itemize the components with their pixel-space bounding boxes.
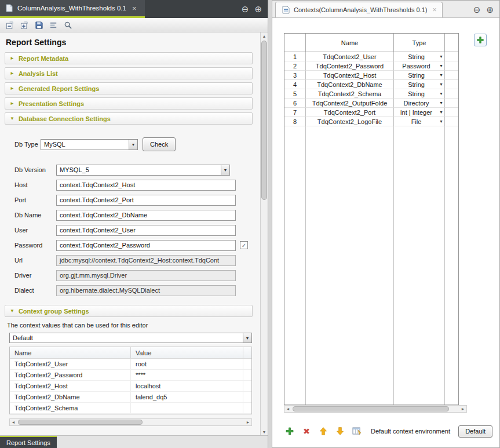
dialect-row: Dialect org.hibernate.dialect.MySQLDiale… xyxy=(14,283,261,298)
col-header-rownum xyxy=(284,34,306,52)
section-label: Presentation Settings xyxy=(19,100,84,107)
add-context-button[interactable] xyxy=(284,425,295,437)
scroll-left-icon[interactable]: ◄ xyxy=(10,419,17,425)
context-environment-icon[interactable] xyxy=(351,425,363,437)
password-context-checkbox[interactable]: ✓ xyxy=(240,241,248,249)
type-select[interactable]: int | Integer▼ xyxy=(394,108,445,117)
db-version-select[interactable]: MYSQL_5 ▼ xyxy=(56,165,230,176)
chevron-down-icon[interactable]: ▼ xyxy=(243,333,251,343)
password-field[interactable]: context.TdqContext2_Password xyxy=(56,240,236,251)
contexts-content: Name Type 1 TdqContext2_User String▼ 2 T… xyxy=(272,18,499,447)
maximize-icon[interactable]: ⊕ xyxy=(254,4,262,14)
empty-table-area xyxy=(284,126,458,405)
col-header-type[interactable]: Type xyxy=(394,34,445,52)
contexts-view-panel: Contexts(ColumnAnalysis_WithThresholds 0… xyxy=(272,0,500,448)
context-group-section: ▼ Context group Settings xyxy=(0,305,261,317)
host-field[interactable]: context.TdqContext2_Host xyxy=(56,180,236,191)
host-row: Host context.TdqContext2_Host xyxy=(14,177,261,192)
context-values-table: Name Value TdqContext2_User root TdqCont… xyxy=(9,347,252,414)
port-field[interactable]: context.TdqContext2_Port xyxy=(56,195,236,206)
close-icon[interactable]: × xyxy=(432,6,436,14)
section-context-group-settings[interactable]: ▼ Context group Settings xyxy=(5,305,253,317)
minimize-icon[interactable]: ⊖ xyxy=(242,4,249,14)
user-field[interactable]: context.TdqContext2_User xyxy=(56,225,236,236)
context-group-value: Default xyxy=(13,334,33,341)
collapse-all-icon[interactable] xyxy=(5,20,14,30)
tab-contexts[interactable]: Contexts(ColumnAnalysis_WithThresholds 0… xyxy=(275,2,443,17)
section-report-metadata[interactable]: ► Report Metadata xyxy=(5,52,253,64)
section-database-connection-settings[interactable]: ▼ Database Connection Settings xyxy=(5,112,253,125)
chevron-down-icon: ▼ xyxy=(10,116,14,121)
db-name-field[interactable]: context.TdqContext2_DbName xyxy=(56,210,236,221)
add-context-column-button[interactable] xyxy=(474,34,487,46)
col-header-spacer xyxy=(445,34,458,52)
context-description: The context values that can be used for … xyxy=(0,320,261,329)
type-select[interactable]: File▼ xyxy=(394,117,445,126)
table-row[interactable]: 3 TdqContext2_Host String▼ xyxy=(284,71,458,80)
scrollbar-thumb[interactable] xyxy=(261,41,267,200)
url-label: Url xyxy=(14,257,56,264)
db-type-value: MySQL xyxy=(44,141,65,148)
scroll-up-icon[interactable]: ▲ xyxy=(261,32,268,39)
scroll-right-icon[interactable]: ► xyxy=(244,419,251,425)
col-header-name[interactable]: Name xyxy=(306,34,394,52)
maximize-icon[interactable]: ⊕ xyxy=(486,5,494,15)
move-down-button[interactable] xyxy=(334,425,346,437)
move-up-button[interactable] xyxy=(317,425,329,437)
default-environment-button[interactable]: Default xyxy=(458,425,492,438)
table-row[interactable]: 4 TdqContext2_DbName String▼ xyxy=(284,80,458,89)
col-header-name[interactable]: Name xyxy=(10,347,131,358)
type-select[interactable]: String▼ xyxy=(394,89,445,99)
remove-context-button[interactable] xyxy=(301,425,312,437)
report-editor-panel: ColumnAnalysis_WithThresholds 0.1 × ⊖ ⊕ … xyxy=(0,0,268,448)
type-select[interactable]: String▼ xyxy=(394,52,445,61)
table-row[interactable]: TdqContext2_Password **** xyxy=(10,370,251,381)
check-button[interactable]: Check xyxy=(143,137,176,151)
section-generated-report-settings[interactable]: ► Generated Report Settings xyxy=(5,82,253,94)
table-row[interactable]: TdqContext2_Schema xyxy=(10,403,251,414)
type-select[interactable]: String▼ xyxy=(394,71,445,80)
vertical-scrollbar[interactable]: ▲ ▼ xyxy=(260,32,268,435)
table-row[interactable]: TdqContext2_User root xyxy=(10,359,251,370)
table-row[interactable]: 8 TdqContext2_LogoFile File▼ xyxy=(284,117,458,126)
col-header-value[interactable]: Value xyxy=(131,347,243,358)
layout-icon[interactable] xyxy=(49,20,58,30)
table-row[interactable]: 5 TdqContext2_Schema String▼ xyxy=(284,89,458,99)
minimize-icon[interactable]: ⊖ xyxy=(473,5,481,15)
save-icon[interactable] xyxy=(34,20,43,30)
table-row[interactable]: TdqContext2_DbName talend_dq5 xyxy=(10,392,251,403)
context-group-select[interactable]: Default ▼ xyxy=(9,333,252,343)
user-row: User context.TdqContext2_User xyxy=(14,223,261,238)
table-row[interactable]: TdqContext2_Host localhost xyxy=(10,381,251,392)
driver-field: org.gjt.mm.mysql.Driver xyxy=(56,270,236,281)
scrollbar-thumb[interactable] xyxy=(18,420,143,425)
scroll-left-icon[interactable]: ◄ xyxy=(284,406,291,412)
db-version-label: Db Version xyxy=(14,166,56,173)
table-row[interactable]: 7 TdqContext2_Port int | Integer▼ xyxy=(284,108,458,117)
section-analysis-list[interactable]: ► Analysis List xyxy=(5,67,253,79)
table-row[interactable]: 2 TdqContext2_Password Password▼ xyxy=(284,61,458,71)
close-icon[interactable]: × xyxy=(132,4,137,13)
editor-tab[interactable]: ColumnAnalysis_WithThresholds 0.1 × xyxy=(0,0,145,18)
type-select[interactable]: String▼ xyxy=(394,80,445,89)
zoom-icon[interactable] xyxy=(63,20,72,30)
type-select[interactable]: Password▼ xyxy=(394,61,445,71)
plus-icon xyxy=(285,427,294,436)
col-header-spacer xyxy=(243,347,251,358)
horizontal-scrollbar[interactable]: ◄ ► xyxy=(284,405,467,413)
table-row[interactable]: 6 TdqContext2_OutputFolde Directory▼ xyxy=(284,99,458,108)
chevron-down-icon[interactable]: ▼ xyxy=(221,165,229,175)
tab-report-settings[interactable]: Report Settings xyxy=(0,436,57,448)
chevron-down-icon: ▼ xyxy=(439,54,443,59)
chevron-down-icon[interactable]: ▼ xyxy=(129,140,137,150)
scrollbar-thumb[interactable] xyxy=(293,406,449,411)
table-row[interactable]: 1 TdqContext2_User String▼ xyxy=(284,52,458,61)
section-presentation-settings[interactable]: ► Presentation Settings xyxy=(5,97,253,110)
scroll-down-icon[interactable]: ▼ xyxy=(261,428,268,435)
expand-all-icon[interactable] xyxy=(20,20,29,30)
type-select[interactable]: Directory▼ xyxy=(394,99,445,108)
scroll-right-icon[interactable]: ► xyxy=(459,406,466,412)
horizontal-scrollbar[interactable]: ◄ ► xyxy=(9,418,252,426)
chevron-right-icon: ► xyxy=(10,56,14,61)
db-type-select[interactable]: MySQL ▼ xyxy=(41,139,138,150)
